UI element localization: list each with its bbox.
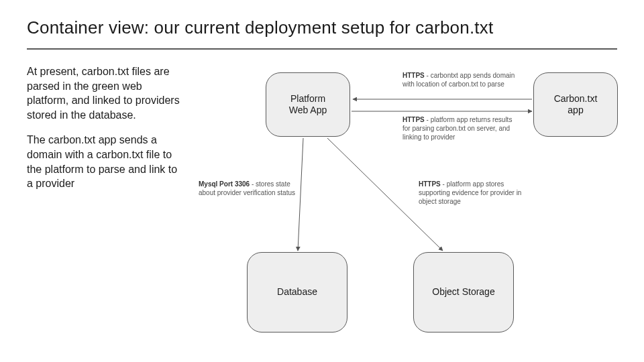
- node-database-label: Database: [277, 286, 317, 298]
- node-carbon-txt-app: Carbon.txtapp: [533, 72, 618, 137]
- explanatory-text: At present, carbon.txt files are parsed …: [27, 64, 181, 202]
- edge-label-platform-to-object-storage: HTTPS - platform app stores supporting e…: [419, 180, 533, 206]
- edge-label-platform-to-object-storage-bold: HTTPS: [419, 180, 441, 188]
- node-platform-label: PlatformWeb App: [289, 93, 327, 117]
- edge-label-platform-to-carbon: HTTPS - platform app returns results for…: [402, 115, 517, 141]
- node-platform-web-app: PlatformWeb App: [266, 72, 350, 137]
- page-title: Container view: our current deployment s…: [27, 17, 493, 38]
- edge-label-platform-to-database: Mysql Port 3306 - stores state about pro…: [199, 180, 299, 197]
- paragraph-1: At present, carbon.txt files are parsed …: [27, 64, 181, 122]
- paragraph-2: The carbon.txt app sends a domain with a…: [27, 133, 181, 190]
- node-object-storage: Object Storage: [413, 252, 514, 333]
- node-database: Database: [247, 252, 347, 333]
- node-object-storage-label: Object Storage: [432, 286, 494, 298]
- node-carbon-label: Carbon.txtapp: [554, 93, 598, 117]
- edge-label-platform-to-database-bold: Mysql Port 3306: [199, 180, 250, 188]
- title-divider: [27, 48, 617, 50]
- edge-label-carbon-to-platform-bold: HTTPS: [402, 72, 425, 79]
- edge-label-platform-to-carbon-bold: HTTPS: [402, 116, 425, 123]
- edge-label-carbon-to-platform: HTTPS - carbontxt app sends domain with …: [402, 71, 517, 88]
